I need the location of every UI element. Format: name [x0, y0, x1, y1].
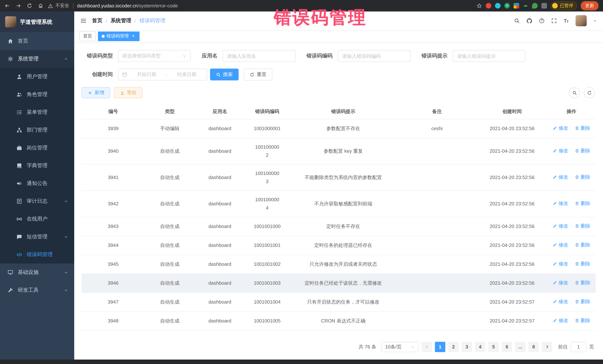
edit-button[interactable]: 修改 [553, 222, 568, 230]
edit-button[interactable]: 修改 [553, 199, 568, 207]
color-grid-icon[interactable] [514, 3, 519, 9]
sidebar-item[interactable]: 在线用户 [0, 210, 74, 228]
address-bar[interactable]: 不安全 dashboard.yudao.iocoder.cn/system/er… [48, 3, 472, 9]
close-icon[interactable]: × [131, 33, 136, 39]
edit-button[interactable]: 修改 [553, 241, 568, 249]
search-button[interactable]: 搜索 [210, 69, 239, 80]
back-icon[interactable] [4, 3, 10, 9]
recorder-dot-icon[interactable] [486, 3, 491, 9]
delete-button[interactable]: 删除 [575, 260, 590, 268]
sidebar-item[interactable]: 通知公告 [0, 175, 74, 192]
delete-button[interactable]: 删除 [575, 278, 590, 287]
export-button[interactable]: 导出 [114, 87, 142, 98]
home-icon[interactable] [38, 3, 43, 9]
sidebar-item-label: 基础设施 [18, 269, 64, 276]
font-size-icon[interactable] [563, 18, 569, 24]
cell-remark: ceshi [397, 119, 477, 138]
edit-button[interactable]: 修改 [553, 147, 568, 155]
sidebar-item[interactable]: 首页 [0, 32, 74, 50]
page-button[interactable]: 1 [435, 342, 445, 352]
breadcrumb-item[interactable]: 首页 [92, 17, 103, 24]
next-page-button[interactable] [542, 342, 552, 352]
edit-button[interactable]: 修改 [553, 316, 568, 325]
add-button[interactable]: 新增 [82, 87, 110, 98]
goto-page-input[interactable] [571, 342, 586, 352]
page-button[interactable]: 6 [502, 342, 512, 352]
edit-button[interactable]: 修改 [553, 298, 568, 306]
paused-extension-badge[interactable]: 已暂停 [551, 1, 577, 10]
sidebar-item[interactable]: 部门管理 [0, 121, 74, 139]
delete-button[interactable]: 删除 [575, 298, 590, 306]
delete-button[interactable]: 删除 [575, 173, 590, 181]
pin-icon[interactable] [541, 3, 547, 9]
page-button[interactable]: 4 [475, 342, 485, 352]
page-button[interactable]: 2 [448, 342, 459, 352]
breadcrumb-item[interactable]: 系统管理 [111, 17, 131, 24]
github-icon[interactable] [526, 18, 533, 24]
reset-button[interactable]: 重置 [244, 69, 272, 80]
forward-icon[interactable] [16, 3, 21, 9]
reload-icon[interactable] [27, 3, 32, 9]
code-filter-input[interactable] [338, 50, 410, 62]
help-icon[interactable] [539, 18, 545, 24]
online-icon [16, 216, 22, 222]
page-size-select[interactable]: 10条/页 [382, 342, 418, 352]
search-icon[interactable] [514, 18, 520, 24]
page-button[interactable]: ... [515, 342, 525, 352]
delete-button[interactable]: 删除 [575, 241, 590, 249]
cell-remark [397, 217, 477, 236]
sidebar-item[interactable]: 错误码管理 [0, 246, 74, 264]
toggle-search-button[interactable] [569, 87, 580, 98]
cell-msg: 不允许获取敏感配置到前端 [290, 190, 397, 217]
on-badge-icon[interactable] [523, 3, 528, 9]
page-button[interactable]: 8 [528, 342, 539, 352]
sidebar-item[interactable]: 基础设施 [0, 264, 74, 281]
user-avatar[interactable] [576, 15, 587, 26]
sidebar-item[interactable]: 短信管理 [0, 228, 74, 246]
url-text: dashboard.yudao.iocoder.cn/system/error-… [77, 3, 178, 9]
sidebar-item[interactable]: 系统管理 [0, 50, 74, 68]
bookmark-star-icon[interactable] [476, 3, 482, 9]
edit-button[interactable]: 修改 [553, 260, 568, 268]
delete-button[interactable]: 删除 [575, 199, 590, 207]
avatar-caret-icon[interactable] [593, 19, 597, 23]
teal-drop-icon[interactable] [495, 3, 500, 9]
goto-label: 前往 [558, 343, 568, 350]
breadcrumb-item[interactable]: 错误码管理 [139, 17, 165, 24]
sidebar-item[interactable]: 用户管理 [0, 68, 74, 86]
type-filter-select[interactable]: 请选择错误码类型 [118, 50, 191, 62]
delete-button[interactable]: 删除 [575, 124, 590, 132]
tag[interactable]: 首页 × [79, 31, 96, 41]
page-button[interactable]: 5 [488, 342, 499, 352]
edit-button[interactable]: 修改 [553, 124, 568, 132]
refresh-table-button[interactable] [584, 87, 595, 98]
sidebar-item-label: 错误码管理 [27, 251, 68, 258]
sidebar-item[interactable]: 角色管理 [0, 86, 74, 103]
edit-button[interactable]: 修改 [553, 173, 568, 181]
app-logo[interactable]: 芋道管理系统 [0, 11, 74, 32]
update-button[interactable]: 更新 [581, 1, 599, 10]
infra-icon [7, 269, 13, 276]
collapse-sidebar-icon[interactable] [80, 17, 87, 24]
app-filter-input[interactable] [223, 50, 295, 62]
sidebar-item[interactable]: 研发工具 [0, 281, 74, 299]
date-range-picker[interactable]: 开始日期 - 结束日期 [118, 69, 207, 80]
sidebar-item[interactable]: 岗位管理 [0, 139, 74, 157]
tag[interactable]: 错误码管理 × [98, 31, 139, 41]
page-button[interactable]: 3 [462, 342, 472, 352]
delete-button[interactable]: 删除 [575, 316, 590, 325]
sidebar-item[interactable]: 菜单管理 [0, 103, 74, 121]
green-v-icon[interactable] [504, 3, 510, 9]
leaf-icon[interactable] [532, 3, 538, 9]
security-indicator[interactable]: 不安全 [48, 3, 69, 9]
edit-button[interactable]: 修改 [553, 278, 568, 287]
sidebar-item[interactable]: 审计日志 [0, 192, 74, 210]
prev-page-button[interactable] [422, 342, 432, 352]
table-row: 3946 自动生成 dashboard 1001001003 定时任务已经处于该… [82, 274, 596, 292]
fullscreen-icon[interactable] [551, 18, 557, 24]
edit-pencil-icon [553, 262, 557, 266]
delete-button[interactable]: 删除 [575, 147, 590, 155]
sidebar-item[interactable]: 字典管理 [0, 157, 74, 175]
msg-filter-input[interactable] [453, 50, 525, 62]
delete-button[interactable]: 删除 [575, 222, 590, 230]
